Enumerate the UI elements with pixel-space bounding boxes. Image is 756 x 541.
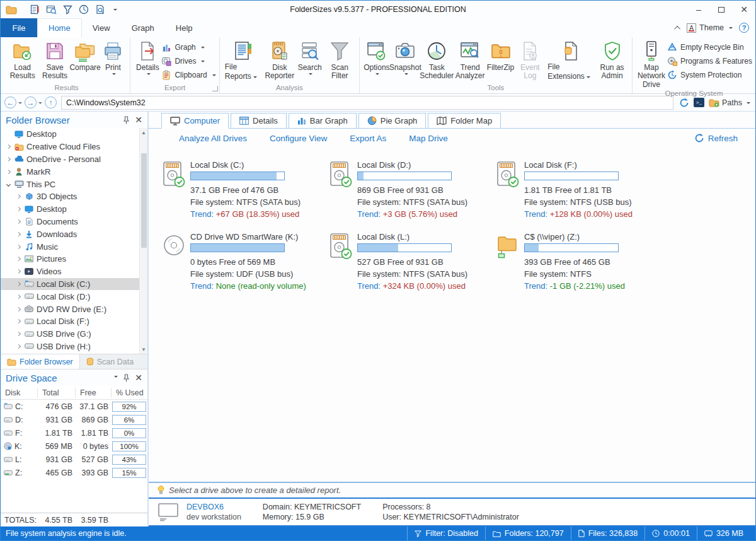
drive-row-z[interactable]: Z: 465 GB 393 GB 15% [1, 466, 147, 479]
tree-scrollbar[interactable]: ▲ ▼ [139, 128, 147, 354]
preview-icon[interactable] [95, 4, 105, 15]
drive-card-z[interactable]: C$ (\\viper) (Z:) 393 GB Free of 465 GB … [495, 232, 662, 293]
search-button[interactable]: Search [296, 38, 324, 76]
drive-space-column-headers[interactable]: Disk Total Free % Used [1, 386, 147, 400]
compare-button[interactable]: Compare [71, 38, 100, 72]
tree-item-this-pc[interactable]: This PC [1, 178, 139, 190]
snapshot-button[interactable]: Snapshot [391, 38, 420, 76]
tree-item-usb-drive-g[interactable]: USB Drive (G:) [1, 328, 139, 340]
panel-tab-scan-data[interactable]: Scan Data [80, 354, 140, 369]
panel-tab-folder-browser[interactable]: Folder Browser [1, 354, 80, 369]
tab-view[interactable]: View [82, 18, 121, 37]
tree-item-videos[interactable]: Videos [1, 265, 139, 278]
drive-row-l[interactable]: L: 931 GB 527 GB 43% [1, 453, 147, 466]
options-button[interactable]: Options [363, 38, 391, 76]
minimize-button[interactable]: – [687, 1, 710, 18]
drive-space-menu-icon[interactable] [114, 376, 118, 380]
tab-folder-map[interactable]: Folder Map [428, 113, 501, 129]
export-graph-button[interactable]: Graph [161, 41, 215, 54]
map-drive-link[interactable]: Map Drive [409, 134, 448, 143]
drive-row-d[interactable]: D: 931 GB 869 GB 6% [1, 413, 147, 426]
print-button[interactable]: Print [99, 38, 127, 76]
tree-item-desktop[interactable]: Desktop [1, 128, 139, 141]
tree-item-pictures[interactable]: Pictures [1, 253, 139, 265]
drive-row-f[interactable]: F: 1.81 TB 1.81 TB 0% [1, 426, 147, 439]
status-filter[interactable]: Filter: Disabled [407, 526, 484, 540]
tab-help[interactable]: Help [165, 18, 203, 37]
tree-item-local-disk-f[interactable]: Local Disk (F:) [1, 315, 139, 328]
tab-details[interactable]: Details [231, 113, 287, 129]
configure-view-link[interactable]: Configure View [270, 134, 327, 143]
load-results-button[interactable]: Load Results [6, 38, 38, 81]
paths-button[interactable]: Paths [709, 98, 750, 107]
tree-item-onedrive[interactable]: OneDrive - Personal [1, 153, 139, 166]
back-history-dropdown-icon[interactable] [18, 102, 22, 106]
hostname-link[interactable]: DEVBOX6 [186, 503, 241, 511]
filter-icon[interactable] [63, 5, 72, 15]
up-button[interactable]: ↑ [45, 96, 57, 108]
task-scheduler-button[interactable]: Task Scheduler [420, 38, 454, 81]
tab-computer[interactable]: Computer [161, 113, 229, 129]
tree-item-3d-objects[interactable]: 3D Objects [1, 190, 139, 203]
drive-row-k[interactable]: K: 569 MB 0 bytes 100% [1, 439, 147, 453]
programs-features-button[interactable]: Programs & Features [667, 55, 752, 67]
system-protection-button[interactable]: System Protection [667, 69, 752, 81]
run-as-admin-button[interactable]: Run as Admin [595, 38, 629, 81]
drive-card-c[interactable]: Local Disk (C:) 37.1 GB Free of 476 GB F… [161, 160, 328, 221]
tree-item-downloads[interactable]: Downloads [1, 228, 139, 240]
file-menu-button[interactable]: File [1, 18, 37, 37]
file-extensions-button[interactable]: File Extensions [546, 38, 595, 81]
filterzip-button[interactable]: FilterZip [487, 38, 515, 72]
close-button[interactable]: ✕ [733, 1, 755, 18]
tree-item-markr[interactable]: MarkR [1, 165, 139, 178]
tab-pie-graph[interactable]: Pie Graph [358, 113, 427, 129]
forward-history-dropdown-icon[interactable] [38, 102, 42, 106]
disk-reporter-button[interactable]: Disk Reporter [263, 38, 296, 81]
collapse-ribbon-icon[interactable] [674, 25, 680, 32]
drive-card-k[interactable]: CD Drive WD SmartWare (K:) 0 bytes Free … [161, 232, 328, 293]
pin-icon[interactable] [123, 374, 130, 382]
refresh-link[interactable]: Refresh [694, 133, 738, 143]
pin-icon[interactable] [123, 116, 130, 124]
empty-recycle-bin-button[interactable]: Empty Recycle Bin [667, 41, 752, 54]
view-search-icon[interactable] [46, 4, 57, 15]
export-drives-button[interactable]: Drives [161, 55, 215, 67]
tree-item-music[interactable]: Music [1, 240, 139, 253]
export-clipboard-button[interactable]: Clipboard [161, 69, 215, 81]
address-path-input[interactable] [61, 96, 673, 110]
drive-card-f[interactable]: Local Disk (F:) 1.81 TB Free of 1.81 TB … [495, 160, 662, 221]
tree-item-creative-cloud[interactable]: Creative Cloud Files [1, 141, 139, 153]
export-dialog-launcher-icon[interactable] [212, 86, 218, 91]
tree-item-dvd-drive-e[interactable]: DVD RW Drive (E:) [1, 303, 139, 315]
save-results-button[interactable]: Save Results [38, 38, 71, 81]
forward-button[interactable]: → [25, 96, 37, 108]
tree-item-local-disk-d[interactable]: Local Disk (D:) [1, 290, 139, 303]
scan-filter-button[interactable]: Scan Filter [324, 38, 356, 81]
details-button[interactable]: Details [134, 38, 161, 76]
close-panel-icon[interactable]: ✕ [135, 115, 142, 124]
export-as-link[interactable]: Export As [350, 134, 386, 143]
map-network-drive-button[interactable]: Map Network Drive [636, 38, 667, 89]
drive-row-c[interactable]: C: 476 GB 37.1 GB 92% [1, 400, 147, 413]
tab-bar-graph[interactable]: Bar Graph [289, 113, 357, 129]
help-icon[interactable]: ? [739, 23, 749, 33]
tree-item-local-disk-c[interactable]: Local Disk (C:) [1, 278, 139, 291]
theme-button[interactable]: A Theme [687, 23, 733, 33]
report-icon[interactable] [30, 4, 40, 15]
clock-icon[interactable] [79, 4, 89, 15]
tab-graph[interactable]: Graph [121, 18, 165, 37]
tree-item-desktop2[interactable]: Desktop [1, 203, 139, 216]
back-button[interactable]: ← [4, 96, 16, 108]
graph-icon [161, 42, 171, 52]
trend-analyzer-button[interactable]: Trend Analyzer [454, 38, 487, 81]
maximize-button[interactable] [710, 1, 733, 18]
file-reports-button[interactable]: File Reports [223, 38, 263, 81]
tab-home[interactable]: Home [37, 18, 82, 37]
tree-item-usb-drive-h[interactable]: USB Drive (H:) [1, 340, 139, 353]
close-panel-icon[interactable]: ✕ [135, 373, 142, 382]
drive-card-l[interactable]: Local Disk (L:) 527 GB Free of 931 GB Fi… [328, 232, 495, 293]
qat-dropdown-icon[interactable] [113, 9, 117, 13]
analyze-all-drives-link[interactable]: Analyze All Drives [179, 134, 247, 143]
tree-item-documents[interactable]: Documents [1, 216, 139, 228]
drive-card-d[interactable]: Local Disk (D:) 869 GB Free of 931 GB Fi… [328, 160, 495, 221]
